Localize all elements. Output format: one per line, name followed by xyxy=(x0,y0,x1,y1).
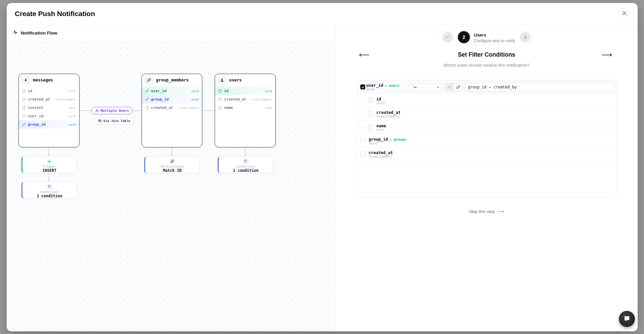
close-icon xyxy=(622,11,627,17)
link-icon xyxy=(22,114,26,118)
table-header: group_members xyxy=(142,74,202,86)
link-icon xyxy=(145,89,149,93)
field-type: uuid xyxy=(68,89,76,93)
step-number: 2 xyxy=(463,35,465,40)
skip-label: Skip this step xyxy=(469,209,495,214)
relationship-node[interactable]: Relationship Match ID xyxy=(144,156,200,173)
step-subtitle: Configure who to notify xyxy=(474,39,515,43)
flag-icon xyxy=(47,184,52,189)
table-name: messages xyxy=(33,77,53,82)
link-mode-button[interactable] xyxy=(454,83,462,91)
field-type: text xyxy=(376,128,385,132)
field-type: text xyxy=(265,106,272,110)
wizard-step-subtitle: Which users should receive this notifica… xyxy=(335,63,638,68)
link-icon xyxy=(169,158,175,164)
skip-step-link[interactable]: Skip this step⟶ xyxy=(335,209,638,214)
field-row[interactable]: id uuid xyxy=(19,87,79,95)
condition-value-input[interactable] xyxy=(464,83,614,91)
flow-canvas[interactable]: messages id uuid created_at timestamptz xyxy=(7,42,335,331)
edge-arrow xyxy=(48,180,50,182)
field-row[interactable]: content text xyxy=(19,104,79,112)
conditions-node-messages[interactable]: Conditions 1 condition xyxy=(21,182,77,199)
table-icon xyxy=(98,119,102,123)
node-label: Trigger xyxy=(43,164,56,168)
flow-panel-title: Notification Flow xyxy=(21,30,57,36)
step-2-active[interactable]: 2 xyxy=(458,31,470,43)
multiple-users-pill[interactable]: Multiple Users xyxy=(92,107,132,114)
table-node-users[interactable]: users id uuid created_at timestamptz xyxy=(215,74,276,147)
table-name: group_members xyxy=(156,77,189,82)
edge-arrow xyxy=(244,154,247,156)
create-push-notification-modal: Create Push Notification Notification Fl… xyxy=(7,3,638,331)
node-label: Conditions xyxy=(40,190,59,194)
value-mode-toggle xyxy=(445,83,463,91)
edge-messages-pill xyxy=(79,110,92,111)
conditions-node-users[interactable]: Conditions 1 condition xyxy=(218,156,273,173)
field-checkbox[interactable] xyxy=(360,138,365,143)
field-name: user_id xyxy=(151,89,166,93)
step-3-upcoming[interactable]: 3 xyxy=(520,32,531,43)
operator-select[interactable]: != xyxy=(409,83,443,91)
node-label: Conditions xyxy=(236,164,255,168)
trigger-node[interactable]: Trigger INSERT xyxy=(21,156,77,173)
table-header: messages xyxy=(19,74,79,86)
user-icon xyxy=(218,76,226,84)
condition-field-type: uuid xyxy=(366,87,374,91)
check-icon xyxy=(445,34,450,40)
table-name: users xyxy=(229,77,242,82)
operator-value: != xyxy=(412,85,417,89)
field-type: timestamptz xyxy=(56,98,76,101)
link-icon xyxy=(145,97,149,101)
condition-row-user-id: user_id→ users uuid != xyxy=(358,80,616,94)
field-option-id: id uuid xyxy=(358,94,616,107)
step-2-labels: Users Configure who to notify xyxy=(474,32,515,43)
field-row[interactable]: name text xyxy=(215,104,275,112)
notification-flow-panel: Notification Flow xyxy=(7,24,335,331)
field-name: id xyxy=(224,89,228,93)
field-name: name xyxy=(224,106,233,110)
table-node-messages[interactable]: messages id uuid created_at timestamptz xyxy=(18,74,79,147)
close-button[interactable] xyxy=(619,8,630,19)
link-icon xyxy=(145,76,153,84)
field-option-group-id: group_id→ groups uuid xyxy=(358,134,616,147)
flow-topbar: Notification Flow xyxy=(7,24,335,42)
field-type: uuid xyxy=(265,89,272,93)
doc-icon xyxy=(218,97,222,101)
field-name: created_at xyxy=(151,106,173,110)
field-option-created-at: created_at timestamptz xyxy=(358,107,616,121)
edge-users-conditions xyxy=(245,147,246,155)
condition-checkbox-checked[interactable] xyxy=(360,84,365,89)
field-row[interactable]: user_id uuid xyxy=(19,112,79,120)
field-type: uuid xyxy=(369,141,377,145)
field-row-selected[interactable]: group_id uuid xyxy=(142,95,202,104)
step-1-complete[interactable] xyxy=(442,32,453,43)
field-row-selected[interactable]: group_id uuid xyxy=(19,120,79,129)
field-ref: → groups xyxy=(389,137,407,141)
field-type: timestamptz xyxy=(376,114,400,118)
field-checkbox[interactable] xyxy=(368,125,373,130)
field-row-selected[interactable]: id uuid xyxy=(215,87,275,95)
field-type: timestamptz xyxy=(252,98,272,101)
field-checkbox[interactable] xyxy=(368,98,373,103)
table-node-group-members[interactable]: group_members user_id uuid group_id uuid xyxy=(142,74,202,147)
field-row[interactable]: created_at timestamptz xyxy=(215,95,275,104)
edit-mode-button[interactable] xyxy=(446,83,454,91)
pencil-icon xyxy=(448,85,452,89)
field-row-selected[interactable]: user_id uuid xyxy=(142,87,202,95)
field-type: uuid xyxy=(191,89,199,93)
field-row[interactable]: created_at timestamptz xyxy=(142,104,202,112)
field-row[interactable]: created_at timestamptz xyxy=(19,95,79,104)
via-join-table-label: Via Join Table xyxy=(103,119,130,123)
condition-field-name: user_id xyxy=(366,83,383,88)
node-value: Match ID xyxy=(163,168,181,173)
edge-arrow xyxy=(48,154,50,156)
doc-icon xyxy=(22,106,26,110)
multiple-users-label: Multiple Users xyxy=(101,109,129,113)
arrow-right-icon: ⟶ xyxy=(498,209,504,214)
field-name: group_id xyxy=(28,122,46,127)
edge-trigger-conditions xyxy=(49,173,49,180)
chat-widget-button[interactable] xyxy=(619,311,635,327)
field-checkbox[interactable] xyxy=(368,111,373,116)
field-checkbox[interactable] xyxy=(360,151,365,156)
table-header: users xyxy=(215,74,275,86)
